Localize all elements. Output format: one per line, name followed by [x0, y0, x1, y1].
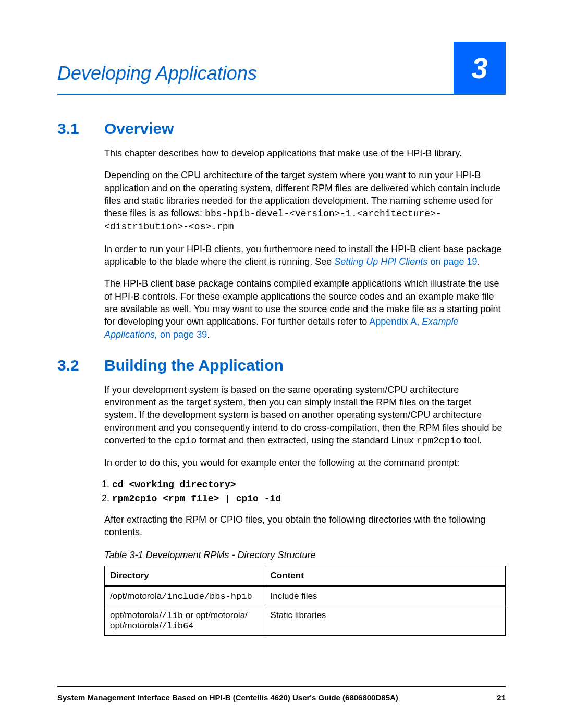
directory-table: Directory Content /opt/motorola/include/… — [104, 566, 506, 636]
page-footer: System Management Interface Based on HPI… — [57, 686, 506, 702]
paragraph: In order to run your HPI-B clients, you … — [57, 243, 506, 268]
link-page-ref[interactable]: on page 39 — [157, 329, 207, 340]
section-heading-building: 3.2 Building the Application — [57, 356, 506, 374]
table-row: opt/motorola//lib or opt/motorola/ opt/m… — [105, 606, 506, 636]
table-caption: Table 3-1 Development RPMs - Directory S… — [57, 550, 506, 561]
table-header-row: Directory Content — [105, 566, 506, 586]
text: . — [477, 256, 480, 267]
section-title: Overview — [104, 120, 174, 138]
section-number: 3.1 — [57, 120, 89, 138]
command-steps: cd <working directory> rpm2cpio <rpm fil… — [57, 479, 506, 504]
paragraph: After extracting the RPM or CPIO files, … — [57, 513, 506, 539]
paragraph: This chapter describes how to develop ap… — [57, 147, 506, 159]
page: Developing Applications 3 3.1 Overview T… — [0, 0, 563, 728]
cell-directory: opt/motorola//lib or opt/motorola/ opt/m… — [105, 606, 265, 636]
text: tool. — [461, 435, 482, 446]
paragraph: If your development system is based on t… — [57, 384, 506, 447]
command-text: rpm2cpio <rpm file> | cpio -id — [112, 493, 281, 504]
command-text: cd <working directory> — [112, 479, 236, 490]
section-title: Building the Application — [104, 356, 284, 374]
paragraph: Depending on the CPU architecture of the… — [57, 169, 506, 233]
col-header-content: Content — [265, 566, 505, 586]
link-cross-ref[interactable]: Setting Up HPI Clients — [334, 256, 427, 267]
footer-text: System Management Interface Based on HPI… — [57, 693, 398, 702]
text: /opt/motorola — [110, 591, 162, 601]
paragraph: In order to do this, you would for examp… — [57, 456, 506, 469]
cell-content: Static libraries — [265, 606, 505, 636]
list-item: rpm2cpio <rpm file> | cpio -id — [112, 493, 506, 504]
section-number: 3.2 — [57, 356, 89, 374]
cell-content: Include files — [265, 586, 505, 606]
link-page-ref[interactable]: on page 19 — [427, 256, 477, 267]
chapter-number-box: 3 — [454, 42, 506, 94]
text: opt/motorola/ — [110, 621, 162, 631]
code-inline: /include/bbs-hpib — [162, 591, 252, 601]
list-item: cd <working directory> — [112, 479, 506, 490]
text: or opt/motorola/ — [183, 610, 248, 620]
cell-directory: /opt/motorola/include/bbs-hpib — [105, 586, 265, 606]
code-inline: rpm2cpio — [417, 436, 461, 446]
table-row: /opt/motorola/include/bbs-hpib Include f… — [105, 586, 506, 606]
chapter-title: Developing Applications — [57, 63, 257, 94]
page-number: 21 — [497, 693, 506, 702]
chapter-number: 3 — [471, 51, 487, 85]
section-heading-overview: 3.1 Overview — [57, 120, 506, 138]
code-inline: /lib64 — [162, 621, 193, 631]
text: . — [207, 329, 210, 340]
code-inline: cpio — [174, 436, 197, 446]
link-appendix[interactable]: Appendix A, — [369, 316, 422, 327]
chapter-header: Developing Applications 3 — [57, 42, 506, 95]
paragraph: The HPI-B client base package contains c… — [57, 277, 506, 340]
text: opt/motorola/ — [110, 610, 162, 620]
text: format and then extracted, using the sta… — [197, 435, 416, 446]
code-inline: /lib — [162, 611, 183, 621]
col-header-directory: Directory — [105, 566, 265, 586]
